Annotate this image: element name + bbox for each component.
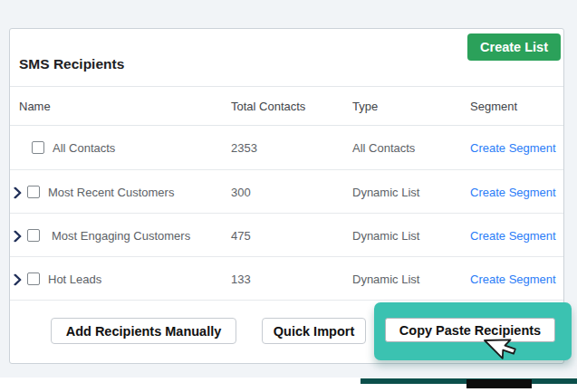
create-segment-link[interactable]: Create Segment xyxy=(470,185,556,198)
copy-paste-highlight-annotation: Copy Paste Recipients xyxy=(374,302,572,360)
redaction-bar xyxy=(466,379,532,388)
expand-chevron-icon[interactable] xyxy=(14,272,22,284)
create-list-button[interactable]: Create List xyxy=(467,33,561,61)
table-row: All Contacts 2353 All Contacts Create Se… xyxy=(10,126,563,170)
header-total: Total Contacts xyxy=(231,100,305,113)
row-total: 2353 xyxy=(231,141,257,155)
row-type: Dynamic List xyxy=(352,272,419,285)
row-total: 475 xyxy=(231,228,251,242)
row-checkbox[interactable] xyxy=(32,141,44,154)
copy-paste-recipients-button[interactable]: Copy Paste Recipients xyxy=(385,318,555,342)
row-type: All Contacts xyxy=(352,141,415,155)
row-name: Most Recent Customers xyxy=(48,185,174,198)
quick-import-button[interactable]: Quick Import xyxy=(262,318,366,344)
table-row: Most Recent Customers 300 Dynamic List C… xyxy=(10,170,563,214)
expand-chevron-icon[interactable] xyxy=(14,229,22,241)
row-checkbox[interactable] xyxy=(27,229,40,242)
row-checkbox[interactable] xyxy=(27,186,40,198)
create-segment-link[interactable]: Create Segment xyxy=(470,228,556,242)
row-checkbox[interactable] xyxy=(27,272,40,285)
card-header: SMS Recipients Create List xyxy=(10,29,563,87)
header-segment: Segment xyxy=(470,100,517,113)
row-name: Most Engaging Customers xyxy=(52,228,190,242)
row-type: Dynamic List xyxy=(352,228,419,242)
row-total: 133 xyxy=(231,272,251,285)
expand-chevron-icon[interactable] xyxy=(14,186,22,197)
row-name: All Contacts xyxy=(53,141,115,155)
table-header-row: Name Total Contacts Type Segment xyxy=(10,87,563,126)
header-type: Type xyxy=(352,100,378,113)
row-name: Hot Leads xyxy=(48,272,101,285)
table-row: Most Engaging Customers 475 Dynamic List… xyxy=(10,214,563,257)
create-segment-link[interactable]: Create Segment xyxy=(470,141,556,155)
row-type: Dynamic List xyxy=(352,185,419,198)
row-total: 300 xyxy=(231,185,251,198)
header-name: Name xyxy=(19,100,51,113)
create-segment-link[interactable]: Create Segment xyxy=(470,272,556,285)
page-title: SMS Recipients xyxy=(19,56,124,72)
screenshot-root: SMS Recipients Create List Name Total Co… xyxy=(0,0,577,392)
add-recipients-manually-button[interactable]: Add Recipients Manually xyxy=(51,318,236,344)
table-row: Hot Leads 133 Dynamic List Create Segmen… xyxy=(10,257,563,301)
